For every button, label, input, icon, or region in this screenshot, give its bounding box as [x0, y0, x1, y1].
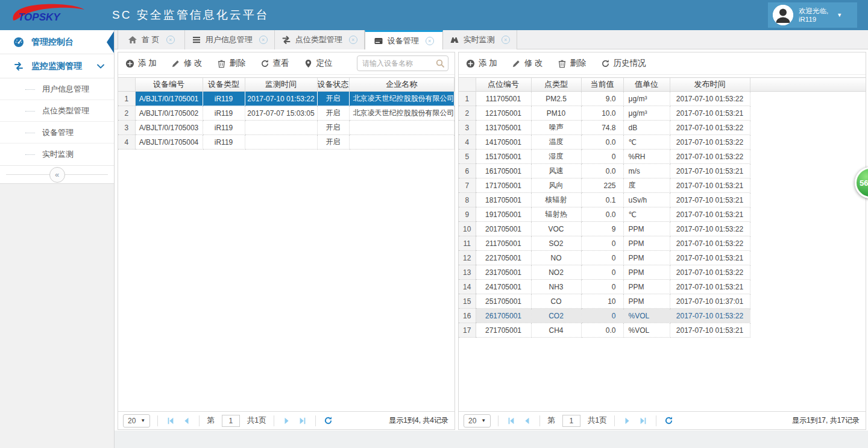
cell[interactable]: 211705001	[476, 236, 531, 251]
page-number-input[interactable]	[222, 415, 240, 427]
cell[interactable]: PM10	[531, 106, 581, 121]
cell[interactable]: NO2	[531, 265, 581, 280]
table-row[interactable]: 6161705001风速0.0m/s2017-07-10 01:53:21	[459, 164, 866, 178]
sidebar-item-device[interactable]: 设备管理	[0, 122, 114, 144]
table-row[interactable]: 3A/BJLT/0/1705003iR119开启	[118, 121, 454, 135]
edit-button[interactable]: 修 改	[512, 58, 543, 69]
cell[interactable]: 9.0	[581, 92, 623, 106]
cell[interactable]: 2017-07-10 01:53:22	[670, 150, 750, 164]
cell[interactable]	[349, 135, 454, 150]
sidebar-section-console[interactable]: 管理控制台	[0, 30, 114, 54]
cell[interactable]: 171705001	[476, 178, 531, 193]
cell[interactable]: 0.1	[581, 193, 623, 207]
reload-grid-button[interactable]	[323, 415, 334, 426]
cell[interactable]: VOC	[531, 222, 581, 236]
cell[interactable]: 2017-07-10 01:53:21	[670, 207, 750, 222]
cell[interactable]: 北京凌天世纪控股股份有限公司	[349, 92, 454, 106]
cell[interactable]: CO	[531, 294, 581, 309]
cell[interactable]: 噪声	[531, 121, 581, 135]
table-row[interactable]: 7171705001风向225度2017-07-10 01:53:21	[459, 178, 866, 193]
cell[interactable]: 开启	[317, 135, 349, 150]
prev-page-button[interactable]	[181, 415, 192, 426]
collapse-sidebar-button[interactable]: «	[49, 167, 65, 183]
cell[interactable]: PPM	[623, 236, 670, 251]
cell[interactable]: 开启	[317, 92, 349, 106]
column-header[interactable]: 当前值	[581, 78, 623, 92]
table-row[interactable]: 12221705001NO0PPM2017-07-10 01:53:21	[459, 251, 866, 265]
page-size-select[interactable]: 20 ▼	[464, 414, 491, 427]
cell[interactable]: uSv/h	[623, 193, 670, 207]
cell[interactable]	[245, 135, 317, 150]
cell[interactable]: A/BJLT/0/1705004	[135, 135, 203, 150]
cell[interactable]: 191705001	[476, 207, 531, 222]
table-row[interactable]: 17271705001CH40.0%VOL2017-07-10 01:53:21	[459, 323, 866, 338]
cell[interactable]: 2017-07-10 01:53:22	[670, 265, 750, 280]
close-icon[interactable]: ×	[349, 36, 357, 44]
cell[interactable]: 0	[581, 309, 623, 323]
cell[interactable]: 225	[581, 178, 623, 193]
cell[interactable]: 2017-07-10 01:37:01	[670, 294, 750, 309]
reload-grid-button[interactable]	[664, 415, 675, 426]
cell[interactable]: 2017-07-10 01:53:21	[670, 178, 750, 193]
delete-button[interactable]: 删除	[217, 58, 246, 69]
cell[interactable]: 0.0	[581, 164, 623, 178]
cell[interactable]: 温度	[531, 135, 581, 150]
cell[interactable]: %RH	[623, 150, 670, 164]
table-row[interactable]: 2121705001PM1010.0μg/m³2017-07-10 01:53:…	[459, 106, 866, 121]
cell[interactable]: 度	[623, 178, 670, 193]
cell[interactable]: 261705001	[476, 309, 531, 323]
cell[interactable]: 0	[581, 265, 623, 280]
cell[interactable]: iR119	[203, 121, 245, 135]
cell[interactable]: 181705001	[476, 193, 531, 207]
history-button[interactable]: 历史情况	[601, 58, 646, 69]
cell[interactable]: m/s	[623, 164, 670, 178]
cell[interactable]: 2017-07-10 01:53:22	[670, 236, 750, 251]
cell[interactable]: 2017-07-10 01:53:21	[670, 323, 750, 338]
column-header[interactable]: 点类型	[531, 78, 581, 92]
cell[interactable]: NH3	[531, 280, 581, 294]
table-row[interactable]: 9191705001辐射热0.0℃2017-07-10 01:53:21	[459, 207, 866, 222]
cell[interactable]: 221705001	[476, 251, 531, 265]
cell[interactable]: 231705001	[476, 265, 531, 280]
cell[interactable]: 201705001	[476, 222, 531, 236]
first-page-button[interactable]	[506, 415, 517, 426]
cell[interactable]: 141705001	[476, 135, 531, 150]
cell[interactable]: 151705001	[476, 150, 531, 164]
cell[interactable]: ℃	[623, 207, 670, 222]
view-button[interactable]: 查看	[260, 58, 289, 69]
table-row[interactable]: 16261705001CO20%VOL2017-07-10 01:53:22	[459, 309, 866, 323]
cell[interactable]: μg/m³	[623, 106, 670, 121]
cell[interactable]: 核辐射	[531, 193, 581, 207]
cell[interactable]: A/BJLT/0/1705003	[135, 121, 203, 135]
column-header[interactable]: 设备编号	[135, 78, 203, 92]
add-button[interactable]: 添 加	[125, 58, 157, 69]
cell[interactable]: 开启	[317, 121, 349, 135]
close-icon[interactable]: ×	[259, 36, 268, 44]
column-header[interactable]: 设备状态	[317, 78, 349, 92]
cell[interactable]: PPM	[623, 265, 670, 280]
cell[interactable]: %VOL	[623, 323, 670, 338]
cell[interactable]: PM2.5	[531, 92, 581, 106]
cell[interactable]: PPM	[623, 222, 670, 236]
table-row[interactable]: 11211705001SO20PPM2017-07-10 01:53:22	[459, 236, 866, 251]
search-icon[interactable]	[435, 58, 445, 68]
cell[interactable]: 10.0	[581, 106, 623, 121]
cell[interactable]: PPM	[623, 251, 670, 265]
cell[interactable]: 0.0	[581, 323, 623, 338]
table-row[interactable]: 10201705001VOC9PPM2017-07-10 01:53:22	[459, 222, 866, 236]
cell[interactable]	[245, 121, 317, 135]
sidebar-item-realtime[interactable]: 实时监测	[0, 144, 114, 165]
prev-page-button[interactable]	[521, 415, 532, 426]
cell[interactable]: 74.8	[581, 121, 623, 135]
cell[interactable]: %VOL	[623, 309, 670, 323]
tab-user-info[interactable]: 用户信息管理 ×	[185, 30, 275, 49]
cell[interactable]: 0	[581, 280, 623, 294]
column-header[interactable]: 点位编号	[476, 78, 531, 92]
cell[interactable]: 2017-07-10 01:53:21	[670, 164, 750, 178]
add-button[interactable]: 添 加	[466, 58, 497, 69]
cell[interactable]: ℃	[623, 135, 670, 150]
tab-home[interactable]: 首 页 ×	[118, 30, 185, 49]
cell[interactable]: 2017-07-10 01:53:21	[670, 106, 750, 121]
cell[interactable]: 2017-07-10 01:53:21	[670, 193, 750, 207]
cell[interactable]: iR119	[203, 106, 245, 121]
